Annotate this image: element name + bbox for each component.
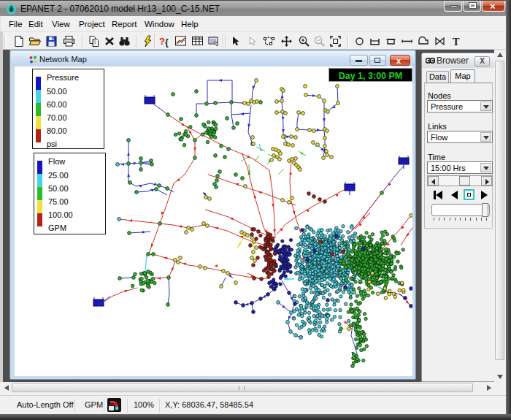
- svg-text:?: ?: [159, 36, 165, 47]
- svg-text:T: T: [453, 37, 460, 47]
- svg-text:{: {: [165, 37, 169, 47]
